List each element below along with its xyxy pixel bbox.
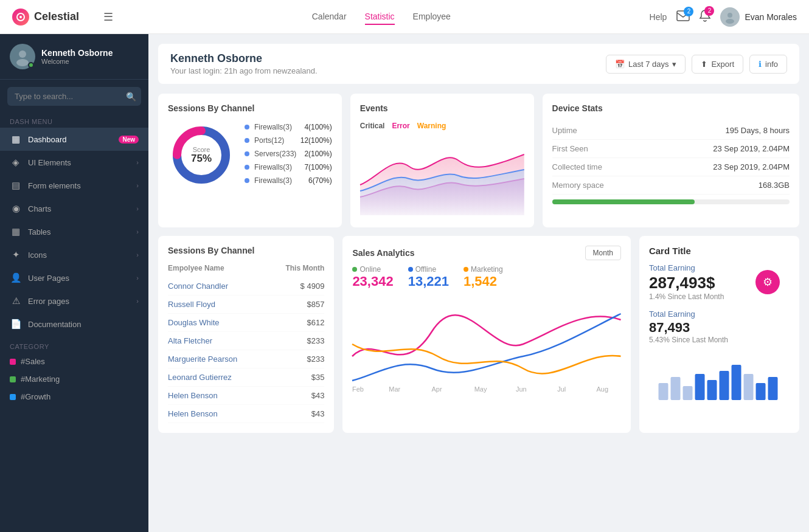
user-name: Evan Morales	[745, 12, 797, 22]
settings-fab[interactable]: ⚙	[755, 270, 780, 294]
user-pages-icon: 👤	[10, 272, 22, 283]
legend-val-4: 6(70%)	[308, 176, 332, 185]
stat-first-seen: First Seen 23 Sep 2019, 2.04PM	[552, 140, 790, 158]
list-amount-7: $43	[311, 409, 325, 418]
memory-label: Memory space	[552, 181, 604, 190]
earning2-sub: 5.43% Since Last Month	[649, 336, 790, 344]
sidebar-item-tables[interactable]: ▦ Tables ›	[0, 220, 148, 243]
sidebar-item-docs[interactable]: 📄 Documentation	[0, 313, 148, 336]
chevron-icon: ▾	[672, 60, 676, 69]
first-seen-val: 23 Sep 2019, 2.04PM	[713, 144, 790, 153]
list-amount-0: $ 4909	[300, 282, 325, 291]
sales-chart: Feb Mar Apr May Jun Jul Aug	[352, 295, 621, 393]
topnav: Celestial ☰ Calendar Statistic Employee …	[0, 0, 809, 34]
card-box-title: Card Title	[649, 246, 790, 256]
legend-dot-0	[245, 125, 249, 130]
uptime-val: 195 Days, 8 hours	[725, 126, 790, 135]
bell-badge: 2	[704, 6, 714, 16]
legend-val-3: 7(100%)	[304, 163, 332, 171]
info-btn[interactable]: ℹ info	[749, 55, 787, 74]
tab-error[interactable]: Error	[392, 122, 409, 130]
events-title: Events	[360, 103, 524, 113]
page-header: Kenneth Osborne Your last login: 21h ago…	[158, 44, 799, 84]
search-box[interactable]: 🔍	[7, 87, 141, 106]
arrow-icon-icons: ›	[136, 251, 139, 258]
sidebar-item-form[interactable]: ▤ Form elements ›	[0, 174, 148, 197]
category-sales[interactable]: #Sales	[0, 353, 148, 370]
legend-dot-4	[245, 178, 249, 183]
calendar-icon: 📅	[615, 60, 625, 69]
legend-val-0: 4(100%)	[304, 123, 332, 131]
sidebar-item-dashboard[interactable]: ▦ Dashboard New	[0, 128, 148, 151]
dot-marketing	[464, 267, 468, 272]
sidebar-item-error[interactable]: ⚠ Error pages ›	[0, 289, 148, 313]
sidebar-item-icons[interactable]: ✦ Icons ›	[0, 243, 148, 266]
category-marketing[interactable]: #Marketing	[0, 370, 148, 388]
svg-text:May: May	[474, 385, 487, 393]
col2-header: This Month	[285, 264, 324, 272]
list-item: Helen Benson $43	[168, 387, 324, 405]
export-btn[interactable]: ⬆ Export	[692, 55, 743, 74]
sidebar-item-charts[interactable]: ◉ Charts ›	[0, 197, 148, 220]
list-name-4[interactable]: Marguerite Pearson	[168, 354, 237, 364]
memory-progress-fill	[552, 199, 695, 204]
legend-val-1: 12(100%)	[300, 136, 332, 145]
new-badge: New	[119, 136, 139, 143]
search-input[interactable]	[7, 87, 141, 106]
events-chart	[360, 136, 524, 215]
list-name-3[interactable]: Alta Fletcher	[168, 336, 212, 345]
first-seen-label: First Seen	[552, 144, 588, 153]
month-btn[interactable]: Month	[585, 246, 621, 260]
sidebar-item-ui[interactable]: ◈ UI Elements ›	[0, 151, 148, 174]
list-item: Alta Fletcher $233	[168, 332, 324, 350]
sidebar-profile: Kenneth Osborne Welcome	[0, 34, 148, 80]
user-area[interactable]: Evan Morales	[720, 7, 797, 27]
profile-name: Kenneth Osborne	[41, 48, 113, 58]
metrics-row: Online 23,342 Offline 13,221 Marketing	[352, 265, 621, 289]
sales-dot	[10, 359, 16, 365]
marketing-dot	[10, 376, 16, 382]
tab-warning[interactable]: Warning	[417, 122, 446, 130]
search-icon[interactable]: 🔍	[126, 92, 136, 102]
nav-employee[interactable]: Employee	[413, 9, 451, 25]
svg-rect-21	[682, 386, 692, 400]
collected-val: 23 Sep 2019, 2.04PM	[713, 162, 790, 171]
svg-rect-25	[731, 365, 741, 400]
list-name-6[interactable]: Helen Benson	[168, 391, 218, 400]
tab-critical[interactable]: Critical	[360, 122, 385, 130]
nav-statistic[interactable]: Statistic	[365, 9, 395, 25]
sessions-list-card: Sessions By Channel Empolyee Name This M…	[158, 236, 334, 433]
list-name-2[interactable]: Douglas White	[168, 318, 220, 327]
memory-val: 168.3GB	[759, 181, 790, 190]
date-range-btn[interactable]: 📅 Last 7 days ▾	[606, 55, 686, 74]
list-name-5[interactable]: Leonard Gutierrez	[168, 373, 232, 382]
svg-rect-23	[707, 380, 717, 400]
list-name-0[interactable]: Connor Chandler	[168, 282, 228, 291]
nav-calendar[interactable]: Calendar	[312, 9, 347, 25]
earning1-block: Total Earning 287,493$ 1.4% Since Last M…	[649, 263, 790, 301]
list-item: Helen Benson $43	[168, 405, 324, 423]
hamburger-icon[interactable]: ☰	[103, 10, 113, 24]
list-name-7[interactable]: Helen Benson	[168, 409, 218, 418]
sidebar-item-user-pages[interactable]: 👤 User Pages ›	[0, 266, 148, 289]
list-name-1[interactable]: Russell Floyd	[168, 300, 215, 309]
help-link[interactable]: Help	[650, 12, 667, 22]
sidebar-item-label-charts: Charts	[28, 204, 130, 213]
legend-name-4: Firewalls(3)	[254, 176, 304, 185]
metric-marketing-val: 1,542	[464, 274, 503, 289]
mail-icon-btn[interactable]: 2	[676, 10, 690, 24]
list-amount-3: $233	[307, 336, 324, 345]
sessions-channel-title: Sessions By Channel	[168, 103, 332, 113]
legend-row-4: Firewalls(3) 6(70%)	[245, 176, 332, 185]
list-amount-4: $233	[307, 354, 324, 364]
mail-badge: 2	[684, 7, 693, 16]
events-tabs: Critical Error Warning	[360, 122, 524, 130]
dot-offline	[408, 267, 413, 272]
category-growth[interactable]: #Growth	[0, 388, 148, 406]
sessions-channel-card: Sessions By Channel Score 75%	[158, 94, 342, 227]
sidebar-item-label-icons: Icons	[28, 250, 130, 260]
icons-icon: ✦	[10, 249, 22, 260]
bell-icon-btn[interactable]: 2	[700, 10, 710, 24]
arrow-icon-form: ›	[136, 182, 139, 189]
list-item: Douglas White $612	[168, 314, 324, 332]
